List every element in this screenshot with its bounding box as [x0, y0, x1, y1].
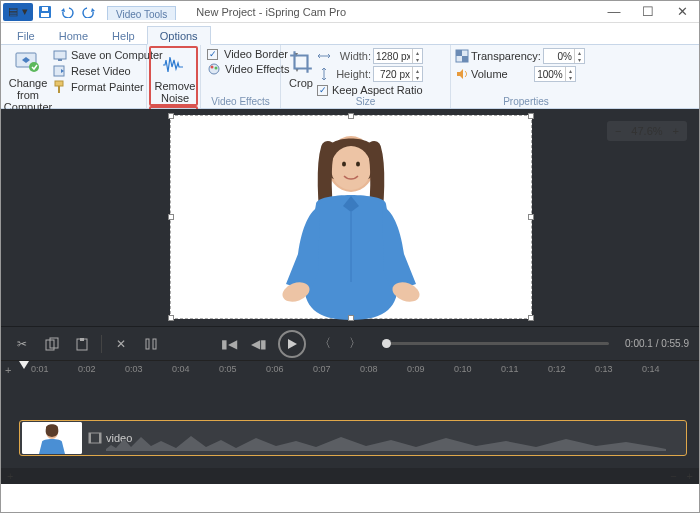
ribbon: Change from Computer Save on Computer Re…	[1, 45, 699, 109]
save-button[interactable]	[35, 3, 55, 21]
playhead-icon[interactable]	[19, 361, 29, 369]
seek-bar[interactable]	[382, 342, 609, 345]
svg-rect-32	[99, 433, 101, 443]
skip-start-button[interactable]: ▮◀	[218, 333, 240, 355]
add-track-button[interactable]: +	[5, 364, 11, 376]
svg-point-18	[342, 162, 346, 167]
svg-rect-8	[55, 81, 63, 86]
zoom-out-icon[interactable]: −	[615, 125, 621, 137]
keep-aspect-ratio-checkbox[interactable]: ✓Keep Aspect Ratio	[317, 84, 423, 96]
change-from-computer-label: Change from Computer	[4, 77, 52, 113]
waveform	[106, 431, 666, 451]
canvas-area: − 47.6% +	[1, 109, 699, 326]
remove-noise-label: Remove Noise	[155, 80, 196, 104]
file-menu-button[interactable]: ▤ ▾	[3, 3, 33, 21]
seek-knob[interactable]	[382, 339, 391, 348]
copy-button[interactable]	[41, 333, 63, 355]
width-icon	[317, 49, 331, 63]
ruler-tick: 0:12	[548, 364, 566, 374]
trim-button[interactable]	[140, 333, 162, 355]
maximize-button[interactable]: ☐	[631, 1, 665, 22]
group-audio-effects: Remove Noise Audio Effects	[147, 45, 201, 108]
transparency-icon	[455, 49, 469, 63]
volume-icon	[455, 67, 469, 81]
group-size: Crop Width: ▴▾ Height: ▴▾ ✓Keep Aspect R…	[281, 45, 451, 108]
zoom-value: 47.6%	[631, 125, 662, 137]
group-properties-label: Properties	[455, 96, 597, 108]
remove-noise-button[interactable]: Remove Noise	[153, 50, 197, 104]
ruler-tick: 0:01	[31, 364, 49, 374]
svg-point-10	[209, 64, 219, 74]
group-properties: Transparency: ▴▾ Volume ▴▾ Properties	[451, 45, 601, 108]
ruler-tick: 0:13	[595, 364, 613, 374]
timeline-zoom-in-button[interactable]: +	[687, 470, 693, 482]
prev-frame-button[interactable]: ◀▮	[248, 333, 270, 355]
delete-button[interactable]: ✕	[110, 333, 132, 355]
timeline-ruler[interactable]: + 0:010:020:030:040:050:060:070:080:090:…	[1, 360, 699, 382]
width-input[interactable]: ▴▾	[373, 48, 423, 64]
paste-button[interactable]	[71, 333, 93, 355]
cut-button[interactable]: ✂	[11, 333, 33, 355]
volume-input[interactable]: ▴▾	[534, 66, 576, 82]
height-row: Height: ▴▾	[317, 66, 423, 82]
ruler-tick: 0:07	[313, 364, 331, 374]
width-row: Width: ▴▾	[317, 48, 423, 64]
svg-rect-14	[456, 50, 462, 56]
volume-row: Volume ▴▾	[455, 66, 585, 82]
video-track[interactable]: video	[19, 420, 687, 456]
tab-help[interactable]: Help	[100, 27, 147, 44]
svg-rect-9	[58, 86, 60, 93]
svg-point-12	[215, 67, 218, 70]
height-input[interactable]: ▴▾	[373, 66, 423, 82]
undo-button[interactable]	[57, 3, 77, 21]
ruler-tick: 0:10	[454, 364, 472, 374]
ruler-tick: 0:03	[125, 364, 143, 374]
clip-type-icon	[88, 431, 102, 445]
checkbox-checked-icon: ✓	[207, 49, 218, 60]
ruler-tick: 0:02	[78, 364, 96, 374]
group-size-label: Size	[285, 96, 446, 108]
timeline-add-button[interactable]: +	[7, 470, 13, 482]
svg-rect-25	[80, 338, 84, 341]
height-icon	[317, 67, 331, 81]
next-button[interactable]: 〉	[344, 333, 366, 355]
tab-file[interactable]: File	[5, 27, 47, 44]
redo-button[interactable]	[79, 3, 99, 21]
ruler-tick: 0:14	[642, 364, 660, 374]
transparency-input[interactable]: ▴▾	[543, 48, 585, 64]
timeline-status-bar: + − +	[1, 468, 699, 484]
ruler-tick: 0:04	[172, 364, 190, 374]
tab-options[interactable]: Options	[147, 26, 211, 45]
svg-rect-5	[54, 51, 66, 59]
svg-rect-27	[153, 339, 156, 349]
group-video-effects: ✓Video Border▾ Video Effects▾ Video Effe…	[201, 45, 281, 108]
crop-button[interactable]: Crop	[285, 47, 317, 89]
svg-rect-15	[462, 56, 468, 62]
svg-point-17	[331, 146, 371, 190]
svg-rect-26	[146, 339, 149, 349]
minimize-button[interactable]: —	[597, 1, 631, 22]
play-button[interactable]	[278, 330, 306, 358]
ruler-tick: 0:09	[407, 364, 425, 374]
quick-access-toolbar: ▤ ▾	[1, 1, 101, 22]
change-from-computer-button[interactable]: Change from Computer	[5, 47, 51, 113]
titlebar: ▤ ▾ Video Tools New Project - iSpring Ca…	[1, 1, 699, 23]
timeline-tracks: video + − +	[1, 382, 699, 484]
ruler-tick: 0:11	[501, 364, 519, 374]
zoom-in-icon[interactable]: +	[673, 125, 679, 137]
svg-rect-31	[89, 433, 91, 443]
group-video: Change from Computer Save on Computer Re…	[1, 45, 147, 108]
svg-rect-6	[58, 59, 62, 61]
player-bar: ✂ ✕ ▮◀ ◀▮ 〈 〉 0:00.1 / 0:55.9	[1, 326, 699, 360]
timeline-zoom-out-button[interactable]: −	[670, 470, 676, 482]
close-button[interactable]: ✕	[665, 1, 699, 22]
ruler-tick: 0:05	[219, 364, 237, 374]
ribbon-tabs: File Home Help Options	[1, 23, 699, 45]
tab-home[interactable]: Home	[47, 27, 100, 44]
prev-button[interactable]: 〈	[314, 333, 336, 355]
video-frame[interactable]	[170, 115, 532, 319]
ruler-tick: 0:08	[360, 364, 378, 374]
zoom-control[interactable]: − 47.6% +	[607, 121, 687, 141]
svg-rect-2	[42, 7, 48, 11]
svg-point-11	[211, 66, 214, 69]
